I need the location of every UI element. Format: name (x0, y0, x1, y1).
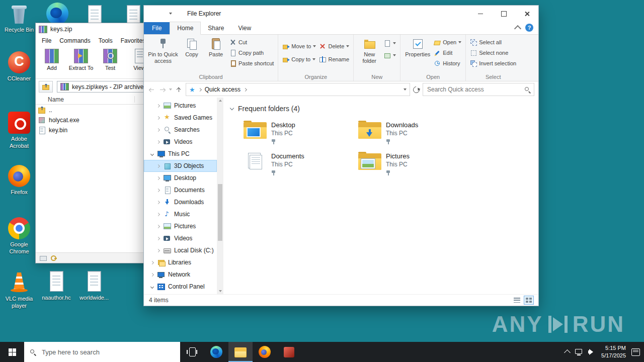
nav-item[interactable]: Videos (144, 136, 217, 148)
chevron-icon[interactable] (156, 140, 160, 144)
taskbar-app-button[interactable] (180, 342, 204, 362)
archive-menu-item[interactable]: File (38, 36, 55, 45)
desktop-icon[interactable]: naauthor.hc (38, 270, 74, 302)
desktop-icon[interactable] (45, 3, 69, 25)
view-toggle-button[interactable] (524, 296, 533, 304)
frequent-folder-tile[interactable]: Downloads This PC (358, 121, 473, 145)
nav-item[interactable]: Libraries (144, 256, 217, 268)
recent-locations-icon[interactable] (169, 88, 172, 90)
delete-button[interactable]: Delete (319, 43, 349, 50)
breadcrumb[interactable]: Quick access (205, 86, 240, 93)
archive-toolbar-button[interactable]: Extract To (67, 47, 95, 78)
scrollbar-thumb[interactable] (218, 184, 222, 241)
move-to-button[interactable]: Move to (282, 43, 316, 50)
nav-item[interactable]: Videos (144, 232, 217, 244)
breadcrumb-separator-icon[interactable] (244, 88, 247, 92)
rename-button[interactable]: Rename (319, 56, 349, 63)
archive-menu-item[interactable]: Tools (95, 36, 117, 45)
nav-item[interactable]: Desktop (144, 172, 217, 184)
up-icon[interactable] (175, 86, 183, 93)
taskbar-app-button[interactable] (253, 342, 277, 362)
history-button[interactable]: History (434, 60, 461, 67)
volume-tray-icon[interactable] (588, 348, 596, 355)
help-icon[interactable] (525, 24, 533, 32)
maximize-button[interactable] (492, 6, 515, 22)
start-button[interactable] (0, 342, 24, 362)
open-button[interactable]: Open (434, 39, 461, 46)
refresh-icon[interactable] (412, 85, 421, 94)
desktop-icon[interactable]: VLC media player (1, 272, 37, 310)
search-input[interactable] (426, 85, 522, 94)
chevron-icon[interactable] (156, 128, 160, 132)
nav-item[interactable]: Control Panel (144, 281, 217, 293)
chevron-icon[interactable] (150, 260, 154, 265)
copy-to-button[interactable]: Copy to (282, 56, 316, 63)
invert-selection-button[interactable]: Invert selection (470, 60, 516, 67)
copy-button[interactable]: Copy (180, 36, 204, 59)
tab-home[interactable]: Home (170, 22, 201, 35)
action-center-icon[interactable] (631, 348, 640, 356)
chevron-icon[interactable] (156, 164, 160, 168)
archive-toolbar-button[interactable]: Test (96, 47, 124, 78)
new-folder-button[interactable]: New folder (356, 36, 382, 65)
nav-item[interactable]: Local Disk (C:) (144, 244, 217, 256)
chevron-icon[interactable] (156, 224, 160, 229)
chevron-icon[interactable] (156, 188, 160, 193)
qat-dropdown-icon[interactable] (169, 13, 172, 15)
desktop-icon[interactable]: worldwide... (76, 270, 112, 302)
hidden-icons-chevron-icon[interactable] (564, 349, 571, 356)
taskbar-app-button[interactable] (277, 342, 301, 362)
easy-access-button[interactable] (384, 52, 396, 59)
chevron-icon[interactable] (150, 152, 154, 156)
nav-item[interactable]: Documents (144, 184, 217, 196)
tab-share[interactable]: Share (201, 22, 231, 34)
desktop-icon[interactable]: Adobe Acrobat (1, 112, 37, 150)
chevron-icon[interactable] (156, 116, 160, 120)
view-toggle-button[interactable] (513, 296, 522, 304)
nav-item[interactable]: Network (144, 268, 217, 281)
network-tray-icon[interactable] (575, 349, 583, 355)
address-dropdown-icon[interactable] (404, 88, 407, 90)
edit-button[interactable]: Edit (434, 49, 461, 56)
explorer-search[interactable] (423, 83, 534, 96)
properties-button[interactable]: Properties (403, 36, 432, 59)
frequent-folder-tile[interactable]: Desktop This PC (244, 121, 358, 145)
chevron-icon[interactable] (156, 212, 160, 217)
select-all-button[interactable]: Select all (470, 39, 516, 46)
nav-scrollbar[interactable] (217, 98, 223, 294)
nav-item[interactable]: Searches (144, 124, 217, 136)
paste-button[interactable]: Paste (204, 36, 228, 59)
nav-item[interactable]: Downloads (144, 196, 217, 208)
desktop-icon[interactable]: Firefox (1, 165, 37, 196)
clock[interactable]: 5:15 PM 5/17/2025 (601, 344, 626, 359)
copy-path-button[interactable]: Copy path (229, 49, 274, 56)
forward-icon[interactable] (158, 86, 166, 93)
desktop-icon[interactable]: CCleaner (1, 51, 37, 82)
taskbar-app-button[interactable] (204, 342, 228, 362)
desktop-icon[interactable]: Recycle Bin (1, 3, 37, 34)
pin-to-quick-access-button[interactable]: Pin to Quick access (146, 36, 180, 65)
frequent-folder-tile[interactable]: Documents This PC (244, 152, 358, 176)
nav-item[interactable]: 3D Objects (144, 160, 217, 172)
nav-item[interactable]: Music (144, 208, 217, 220)
minimize-button[interactable] (469, 6, 492, 22)
new-item-button[interactable] (384, 40, 396, 47)
archive-menu-item[interactable]: Commands (55, 36, 94, 45)
cut-button[interactable]: Cut (229, 39, 274, 46)
frequent-folders-header[interactable]: Frequent folders (4) (229, 105, 538, 113)
select-none-button[interactable]: Select none (470, 49, 516, 56)
desktop-icon[interactable]: Google Chrome (1, 217, 37, 255)
chevron-icon[interactable] (150, 273, 154, 277)
qat-properties-icon[interactable] (160, 11, 166, 17)
address-box[interactable]: ★ Quick access (186, 83, 410, 96)
tab-view[interactable]: View (231, 22, 258, 34)
chevron-icon[interactable] (156, 248, 160, 253)
chevron-icon[interactable] (156, 236, 160, 241)
collapse-ribbon-icon[interactable] (514, 25, 521, 32)
chevron-icon[interactable] (156, 176, 160, 180)
chevron-icon[interactable] (150, 285, 154, 289)
chevron-icon[interactable] (156, 104, 160, 108)
archive-up-button[interactable] (39, 81, 53, 93)
nav-item[interactable]: Pictures (144, 100, 217, 112)
chevron-icon[interactable] (156, 200, 160, 205)
